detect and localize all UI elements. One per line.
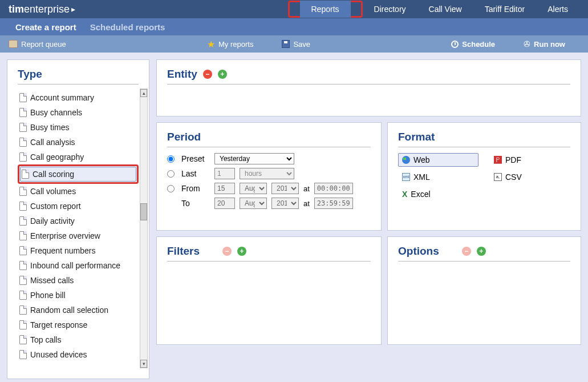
nav-reports[interactable]: Reports — [300, 1, 351, 18]
scroll-down-icon[interactable]: ▾ — [140, 360, 147, 368]
period-last-count[interactable] — [214, 168, 235, 179]
nav-alerts[interactable]: Alerts — [536, 1, 579, 18]
options-add-button[interactable]: + — [477, 247, 486, 256]
type-item[interactable]: Call volumes — [18, 184, 139, 199]
type-item[interactable]: Busy channels — [18, 105, 139, 120]
format-divider — [398, 147, 570, 147]
nav-directory[interactable]: Directory — [363, 1, 417, 18]
filters-add-button[interactable]: + — [237, 247, 246, 256]
entity-add-button[interactable]: + — [218, 70, 227, 79]
format-pdf[interactable]: 🅿 PDF — [490, 153, 570, 167]
type-item-label: Frequent numbers — [30, 246, 95, 255]
top-bar: timenterprise▸ Reports Directory Call Vi… — [0, 0, 588, 18]
logo-bold: tim — [9, 3, 24, 15]
nav-reports-highlight: Reports — [288, 1, 363, 18]
from-day[interactable] — [214, 183, 235, 194]
period-from-radio[interactable] — [167, 185, 175, 192]
period-preset-radio[interactable] — [167, 155, 175, 163]
nav-tariff-editor[interactable]: Tariff Editor — [473, 1, 537, 18]
type-item[interactable]: Busy times — [18, 120, 139, 135]
type-item[interactable]: Call scoring — [20, 167, 136, 182]
format-csv[interactable]: a, CSV — [490, 170, 570, 184]
type-item[interactable]: Unused devices — [18, 347, 139, 362]
right-column: Entity − + Period Preset Yesterday Last — [156, 59, 581, 379]
type-selected-highlight: Call scoring — [18, 164, 139, 184]
type-item[interactable]: Missed calls — [18, 273, 139, 288]
from-time[interactable] — [314, 183, 353, 194]
type-item[interactable]: Daily activity — [18, 214, 139, 228]
report-queue-button[interactable]: Report queue — [9, 40, 66, 49]
to-year[interactable]: 2013 — [271, 198, 299, 209]
scroll-thumb[interactable] — [140, 203, 147, 220]
sub-header: Create a report Scheduled reports — [0, 18, 588, 35]
type-item-label: Daily activity — [30, 216, 75, 226]
type-item-label: Missed calls — [30, 276, 74, 285]
save-icon — [282, 40, 290, 48]
period-last-unit[interactable]: hours — [240, 168, 294, 179]
document-icon — [19, 261, 27, 270]
type-item[interactable]: Frequent numbers — [18, 243, 139, 258]
type-item[interactable]: Target response — [18, 317, 139, 332]
run-icon: ✇ — [524, 39, 530, 49]
type-item[interactable]: Enterprise overview — [18, 228, 139, 243]
type-scrollbar[interactable]: ▴ ▾ — [140, 89, 148, 368]
type-item-label: Call geography — [30, 152, 84, 162]
type-item[interactable]: Random call selection — [18, 303, 139, 317]
document-icon — [19, 350, 27, 359]
run-now-button[interactable]: ✇ Run now — [524, 39, 565, 49]
period-preset-select[interactable]: Yesterday — [214, 153, 294, 164]
type-item-label: Unused devices — [30, 350, 87, 359]
period-from-row: From Aug 2012 at — [167, 183, 371, 194]
mid-row: Period Preset Yesterday Last hours From — [156, 122, 581, 231]
filters-panel: Filters − + — [156, 236, 382, 345]
to-time[interactable] — [314, 198, 353, 209]
format-excel[interactable]: X Excel — [398, 187, 478, 201]
filters-title-row: Filters − + — [167, 245, 371, 258]
type-item-label: Target response — [30, 320, 87, 329]
save-button[interactable]: Save — [282, 40, 310, 49]
document-icon — [19, 202, 27, 211]
document-icon — [19, 305, 27, 315]
period-panel: Period Preset Yesterday Last hours From — [156, 122, 382, 231]
document-icon — [19, 276, 27, 285]
my-reports-button[interactable]: ★ My reports — [207, 39, 253, 50]
type-item-label: Busy channels — [30, 108, 82, 117]
type-item[interactable]: Top calls — [18, 332, 139, 347]
options-title: Options — [398, 245, 439, 258]
logo-thin: enterprise — [24, 3, 70, 15]
type-item-label: Inbound call performance — [30, 261, 120, 270]
options-remove-button[interactable]: − — [462, 247, 471, 256]
type-item[interactable]: Inbound call performance — [18, 258, 139, 273]
format-xml[interactable]: xml XML — [398, 170, 478, 184]
schedule-button[interactable]: Schedule — [451, 39, 495, 49]
nav-call-view[interactable]: Call View — [417, 1, 473, 18]
scroll-up-icon[interactable]: ▴ — [140, 89, 147, 97]
type-item[interactable]: Call geography — [18, 150, 139, 164]
format-panel: Format Web 🅿 PDF xml XML — [387, 122, 581, 231]
main-nav: Reports Directory Call View Tariff Edito… — [288, 1, 580, 18]
from-year[interactable]: 2012 — [271, 183, 299, 194]
from-month[interactable]: Aug — [240, 183, 267, 194]
document-icon — [19, 335, 27, 344]
type-item[interactable]: Account summary — [18, 90, 139, 105]
format-web-label: Web — [413, 155, 430, 164]
to-month[interactable]: Aug — [240, 198, 267, 209]
type-item[interactable]: Phone bill — [18, 288, 139, 303]
tab-scheduled-reports[interactable]: Scheduled reports — [83, 19, 172, 35]
format-csv-label: CSV — [505, 172, 522, 182]
format-web[interactable]: Web — [398, 153, 478, 167]
tab-create-report[interactable]: Create a report — [9, 19, 83, 35]
to-at-label: at — [303, 199, 310, 208]
document-icon — [19, 152, 27, 162]
period-last-radio[interactable] — [167, 170, 175, 178]
type-item[interactable]: Call analysis — [18, 135, 139, 150]
type-item[interactable]: Custom report — [18, 199, 139, 214]
period-to-label: To — [181, 199, 210, 208]
type-list[interactable]: Account summaryBusy channelsBusy timesCa… — [18, 90, 139, 364]
period-divider — [167, 147, 371, 147]
entity-remove-button[interactable]: − — [203, 70, 212, 79]
document-icon — [19, 320, 27, 329]
document-icon — [19, 246, 27, 255]
to-day[interactable] — [214, 198, 235, 209]
filters-remove-button[interactable]: − — [222, 247, 232, 256]
